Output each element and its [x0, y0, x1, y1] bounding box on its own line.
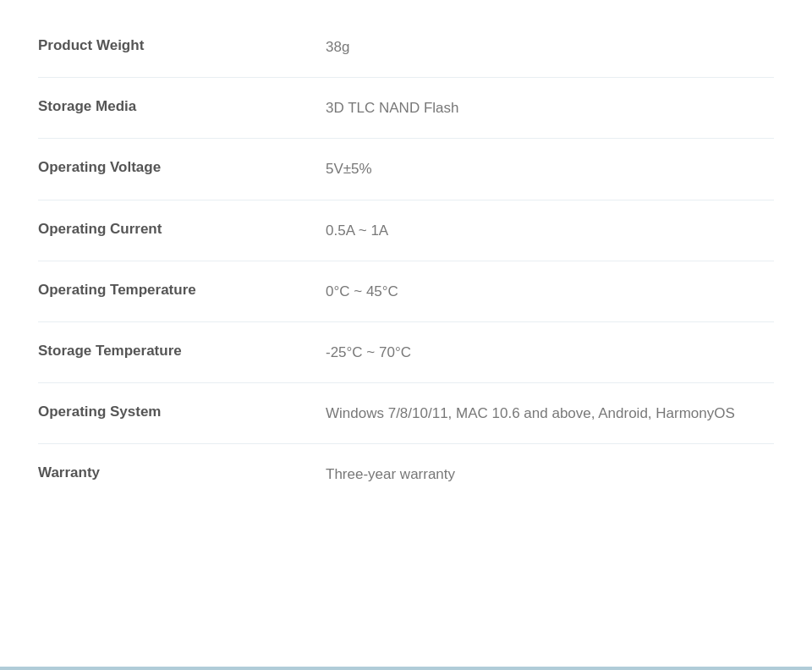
- spec-row-operating-temperature: Operating Temperature0°C ~ 45°C: [38, 261, 774, 322]
- spec-row-product-weight: Product Weight38g: [38, 17, 774, 78]
- spec-row-operating-current: Operating Current0.5A ~ 1A: [38, 200, 774, 261]
- bottom-bar: [0, 667, 812, 670]
- spec-value-operating-system: Windows 7/8/10/11, MAC 10.6 and above, A…: [326, 402, 735, 425]
- spec-value-operating-current: 0.5A ~ 1A: [326, 219, 388, 242]
- spec-label-storage-temperature: Storage Temperature: [38, 341, 326, 361]
- spec-value-warranty: Three-year warranty: [326, 463, 455, 486]
- spec-label-operating-temperature: Operating Temperature: [38, 280, 326, 300]
- spec-label-operating-current: Operating Current: [38, 219, 326, 239]
- spec-row-storage-media: Storage Media3D TLC NAND Flash: [38, 78, 774, 139]
- spec-label-operating-system: Operating System: [38, 402, 326, 422]
- spec-value-storage-media: 3D TLC NAND Flash: [326, 96, 458, 119]
- spec-row-operating-system: Operating SystemWindows 7/8/10/11, MAC 1…: [38, 383, 774, 444]
- spec-row-warranty: WarrantyThree-year warranty: [38, 444, 774, 504]
- spec-label-storage-media: Storage Media: [38, 96, 326, 117]
- spec-label-warranty: Warranty: [38, 463, 326, 483]
- spec-value-storage-temperature: -25°C ~ 70°C: [326, 341, 411, 364]
- spec-label-product-weight: Product Weight: [38, 36, 326, 56]
- spec-row-storage-temperature: Storage Temperature-25°C ~ 70°C: [38, 322, 774, 383]
- spec-value-operating-voltage: 5V±5%: [326, 157, 372, 180]
- spec-value-operating-temperature: 0°C ~ 45°C: [326, 280, 398, 303]
- specs-container: Product Weight38gStorage Media3D TLC NAN…: [0, 0, 812, 539]
- spec-value-product-weight: 38g: [326, 36, 349, 58]
- spec-label-operating-voltage: Operating Voltage: [38, 157, 326, 178]
- spec-row-operating-voltage: Operating Voltage5V±5%: [38, 139, 774, 200]
